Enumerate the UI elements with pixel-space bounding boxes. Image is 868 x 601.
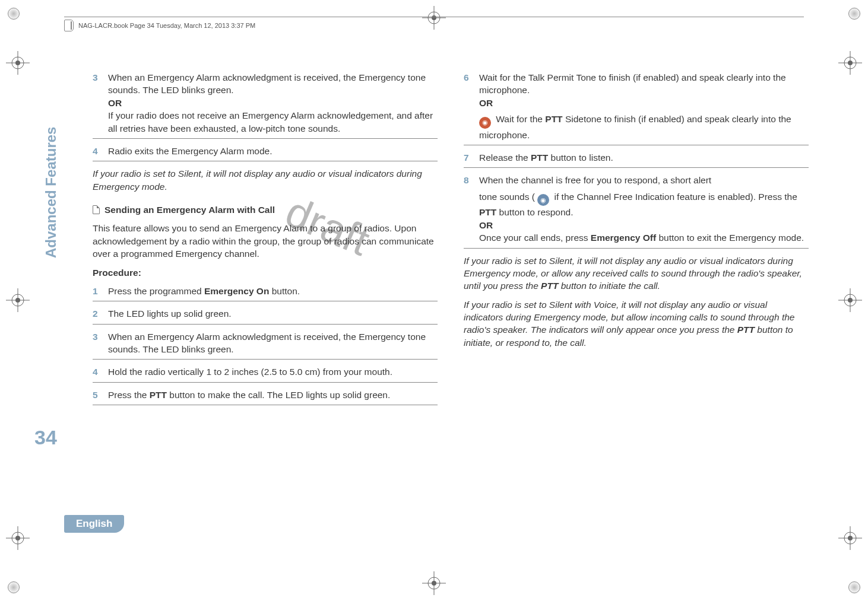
divider <box>93 161 438 161</box>
step-text: Once your call ends, press <box>479 233 591 243</box>
intro-text: This feature allows you to send an Emerg… <box>93 222 438 260</box>
step-text: If your radio does not receive an Emerge… <box>108 110 433 133</box>
step-number: 6 <box>464 71 472 141</box>
registration-mark-icon <box>838 526 862 550</box>
step-text: button to exit the Emergency mode. <box>656 233 804 243</box>
silent-note-1: If your radio is set to Silent, it will … <box>464 255 809 292</box>
step-text: button to listen. <box>548 152 613 163</box>
right-column: 6 Wait for the Talk Permit Tone to finis… <box>464 71 809 530</box>
procedure-label: Procedure: <box>93 266 438 279</box>
step-number: 3 <box>93 330 101 356</box>
registration-mark-icon <box>6 526 30 550</box>
document-icon <box>93 205 100 214</box>
registration-mark-icon <box>838 51 862 75</box>
crop-corner-icon <box>845 578 863 596</box>
step-number: 2 <box>93 307 101 320</box>
step-bold: Emergency Off <box>591 233 656 243</box>
divider <box>93 405 438 405</box>
divider <box>93 324 438 325</box>
step-bold: PTT <box>531 152 548 163</box>
divider <box>464 145 809 145</box>
silent-note: If your radio is set to Silent, it will … <box>93 167 438 193</box>
left-column: 3 When an Emergency Alarm acknowledgment… <box>59 71 438 530</box>
step-text: Wait for the Talk Permit Tone to finish … <box>479 72 786 95</box>
section-tab: Advanced Features <box>43 127 59 258</box>
step-3: 3 When an Emergency Alarm acknowledgment… <box>93 71 438 135</box>
registration-mark-icon <box>838 288 862 312</box>
step-text: button. <box>269 286 300 296</box>
or-label: OR <box>479 98 493 108</box>
step-text: When an Emergency Alarm acknowledgment i… <box>108 72 426 95</box>
step-number: 3 <box>93 71 101 135</box>
step-number: 8 <box>464 174 472 244</box>
note-bold: PTT <box>737 325 755 335</box>
step-text: When an Emergency Alarm acknowledgment i… <box>108 330 438 356</box>
step-text: Press the programmed <box>108 286 204 296</box>
step-number: 5 <box>93 389 101 401</box>
divider <box>93 301 438 301</box>
procedure-step-3: 3 When an Emergency Alarm acknowledgment… <box>93 330 438 356</box>
crop-corner-icon <box>5 578 23 596</box>
procedure-step-5: 5 Press the PTT button to make the call.… <box>93 389 438 401</box>
page-number: 34 <box>34 426 57 449</box>
divider <box>93 138 438 139</box>
divider <box>93 382 438 383</box>
step-text: button to make the call. The LED lights … <box>167 390 390 400</box>
or-label: OR <box>479 220 493 230</box>
procedure-step-2: 2 The LED lights up solid green. <box>93 307 438 320</box>
divider <box>464 248 809 249</box>
header-filename: NAG-LACR.book Page 34 Tuesday, March 12,… <box>78 22 255 29</box>
silent-note-2: If your radio is set to Silent with Voic… <box>464 298 809 349</box>
section-heading: Sending an Emergency Alarm with Call <box>93 203 438 216</box>
step-text: The LED lights up solid green. <box>108 307 438 320</box>
step-4: 4 Radio exits the Emergency Alarm mode. <box>93 145 438 157</box>
crop-corner-icon <box>5 5 23 23</box>
step-number: 4 <box>93 145 101 157</box>
note-text: button to initiate the call. <box>558 281 660 291</box>
step-text: When the channel is free for you to resp… <box>479 175 711 185</box>
step-text: Wait for the <box>496 114 545 124</box>
procedure-step-1: 1 Press the programmed Emergency On butt… <box>93 285 438 297</box>
or-label: OR <box>108 98 122 108</box>
step-bold: PTT <box>479 207 496 217</box>
step-text: if the Channel Free Indication feature i… <box>555 192 797 202</box>
procedure-step-4: 4 Hold the radio vertically 1 to 2 inche… <box>93 365 438 378</box>
page-header: NAG-LACR.book Page 34 Tuesday, March 12,… <box>64 17 804 31</box>
step-bold: Emergency On <box>204 286 269 296</box>
book-icon <box>64 20 74 31</box>
registration-mark-icon <box>6 51 30 75</box>
step-bold: PTT <box>150 390 167 400</box>
channel-free-icon: ◉ <box>537 194 549 206</box>
heading-text: Sending an Emergency Alarm with Call <box>104 203 275 216</box>
step-text: Press the <box>108 390 150 400</box>
step-number: 4 <box>93 365 101 378</box>
step-text: button to respond. <box>496 207 573 217</box>
step-number: 1 <box>93 285 101 297</box>
step-7: 7 Release the PTT button to listen. <box>464 151 809 164</box>
step-text: Release the <box>479 152 531 163</box>
step-text: tone sounds ( <box>479 192 535 202</box>
ptt-icon: ◉ <box>479 117 491 129</box>
divider <box>464 167 809 168</box>
step-6: 6 Wait for the Talk Permit Tone to finis… <box>464 71 809 141</box>
registration-mark-icon <box>422 571 446 595</box>
step-bold: PTT <box>545 114 562 124</box>
note-bold: PTT <box>541 281 558 291</box>
registration-mark-icon <box>6 288 30 312</box>
step-text: Hold the radio vertically 1 to 2 inches … <box>108 365 438 378</box>
divider <box>93 359 438 360</box>
step-number: 7 <box>464 151 472 164</box>
step-8: 8 When the channel is free for you to re… <box>464 174 809 244</box>
step-text: Radio exits the Emergency Alarm mode. <box>108 145 438 157</box>
crop-corner-icon <box>845 5 863 23</box>
